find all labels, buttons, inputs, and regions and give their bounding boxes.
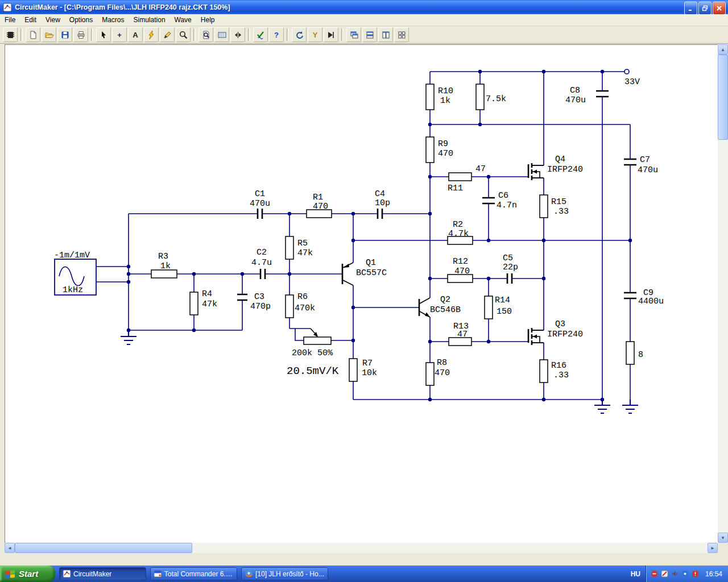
task-browser-jlh[interactable]: [10] JLH erősítő - Ho... [241, 567, 328, 580]
zoom-tool-icon[interactable] [176, 27, 191, 42]
ground-icon [594, 400, 610, 413]
task-label: Total Commander 6.5... [164, 570, 234, 578]
component-pot[interactable] [304, 329, 331, 344]
volume-icon[interactable] [671, 570, 679, 578]
label-src-freq: 1kHz [63, 285, 83, 295]
label-r10-val: 1k [440, 96, 450, 106]
label-c8: C8 [570, 86, 580, 95]
tray-red-icon[interactable] [651, 570, 659, 578]
component-r10[interactable] [426, 84, 434, 110]
print-icon[interactable] [73, 27, 88, 42]
restore-button[interactable] [698, 2, 712, 15]
component-r5[interactable] [286, 236, 293, 259]
run-analysis-icon[interactable] [324, 27, 338, 42]
menu-simulation[interactable]: Simulation [129, 15, 170, 25]
schematic-canvas[interactable]: 33V R10 1k 7.5k C8 470u R9 470 47 R11 Q4… [5, 44, 718, 543]
board-view-icon[interactable] [214, 27, 229, 42]
component-r7[interactable] [349, 359, 357, 381]
tray-app-icon[interactable] [661, 570, 669, 578]
app-window: CircuitMaker - [C:\Program Files\...\JLH… [0, 0, 728, 582]
scroll-up-button[interactable]: ▲ [718, 44, 728, 55]
resistors[interactable] [151, 84, 634, 385]
place-part-icon[interactable]: + [112, 27, 127, 42]
rotate-icon[interactable] [292, 27, 307, 42]
component-r11[interactable] [449, 173, 471, 181]
component-q4[interactable] [528, 163, 544, 180]
task-total-commander[interactable]: Total Commander 6.5... [150, 567, 237, 580]
component-q1[interactable] [342, 263, 353, 285]
vertical-scrollbar[interactable]: ▲ ▼ [718, 44, 728, 543]
probe-pen-icon[interactable] [160, 27, 175, 42]
save-file-icon[interactable] [57, 27, 72, 42]
zoom-document-icon[interactable] [198, 27, 213, 42]
supply-terminal[interactable] [624, 69, 629, 74]
menu-view[interactable]: View [41, 15, 65, 25]
circuitmaker-task-icon [63, 569, 71, 578]
component-r4[interactable] [190, 292, 198, 315]
windows-tile-h-icon[interactable] [362, 27, 377, 42]
close-button[interactable] [713, 2, 726, 15]
windows-cascade-icon[interactable] [346, 27, 361, 42]
label-r75k-val: 7.5k [486, 94, 506, 104]
label-c2-val: 4.7u [251, 258, 272, 268]
windows-tile-v-icon[interactable] [378, 27, 393, 42]
schematic[interactable]: 33V R10 1k 7.5k C8 470u R9 470 47 R11 Q4… [5, 45, 718, 543]
new-file-icon[interactable] [26, 27, 40, 42]
transistors[interactable] [342, 163, 544, 345]
text-tool-icon[interactable]: A [128, 27, 143, 42]
component-r75k[interactable] [476, 84, 484, 110]
label-q2-val: BC546B [430, 305, 461, 315]
tray-blue-icon[interactable] [681, 570, 689, 578]
start-button[interactable]: Start [0, 566, 55, 582]
arrange-icons-icon[interactable] [394, 27, 409, 42]
scroll-right-button[interactable]: ► [708, 543, 718, 553]
wire-tool-icon[interactable] [144, 27, 159, 42]
probe-y-icon[interactable]: Y [308, 27, 322, 42]
split-view-icon[interactable] [230, 27, 245, 42]
text-glyph: A [133, 31, 138, 39]
component-r9[interactable] [426, 137, 434, 163]
task-circuitmaker[interactable]: CircuitMaker [59, 567, 146, 580]
component-load8[interactable] [626, 342, 634, 364]
component-r8[interactable] [426, 363, 434, 385]
component-q3[interactable] [528, 328, 544, 345]
menu-macros[interactable]: Macros [97, 15, 129, 25]
label-r3: R3 [158, 252, 168, 261]
windows-flag-icon [5, 569, 16, 579]
component-q2[interactable] [419, 298, 430, 317]
horizontal-scrollbar[interactable]: ◄ ► [5, 543, 718, 553]
toolbar-separator [20, 28, 23, 41]
label-r12: R12 [453, 257, 468, 267]
label-r14: R14 [495, 296, 510, 305]
open-file-icon[interactable] [42, 27, 56, 42]
capacitors[interactable] [237, 91, 636, 300]
label-c6: C6 [498, 191, 508, 201]
menu-help[interactable]: Help [196, 15, 220, 25]
tray-alert-icon[interactable] [692, 570, 700, 578]
toolbar-separator [287, 28, 289, 41]
component-r14[interactable] [485, 296, 493, 319]
app-icon[interactable] [3, 3, 12, 12]
select-tool-icon[interactable] [96, 27, 111, 42]
label-r10: R10 [438, 86, 453, 96]
scroll-down-button[interactable]: ▼ [718, 533, 728, 543]
schematic-wires[interactable] [96, 72, 630, 400]
help-icon[interactable]: ? [269, 27, 284, 42]
horizontal-scroll-thumb[interactable] [15, 543, 192, 553]
language-indicator[interactable]: HU [626, 570, 646, 578]
menu-file[interactable]: File [0, 15, 20, 25]
minimize-button[interactable] [684, 2, 697, 15]
label-c6-val: 4.7n [497, 201, 517, 210]
parts-browser-icon[interactable] [3, 27, 18, 42]
check-simulation-icon[interactable] [253, 27, 268, 42]
component-r3[interactable] [151, 270, 177, 278]
label-c5: C5 [503, 253, 513, 263]
component-r15[interactable] [540, 195, 548, 218]
menu-options[interactable]: Options [65, 15, 97, 25]
scroll-left-button[interactable]: ◄ [5, 543, 15, 553]
component-r6[interactable] [286, 295, 293, 318]
vertical-scroll-thumb[interactable] [718, 55, 728, 140]
menu-wave[interactable]: Wave [170, 15, 196, 25]
component-r16[interactable] [540, 360, 548, 383]
menu-edit[interactable]: Edit [20, 15, 41, 25]
